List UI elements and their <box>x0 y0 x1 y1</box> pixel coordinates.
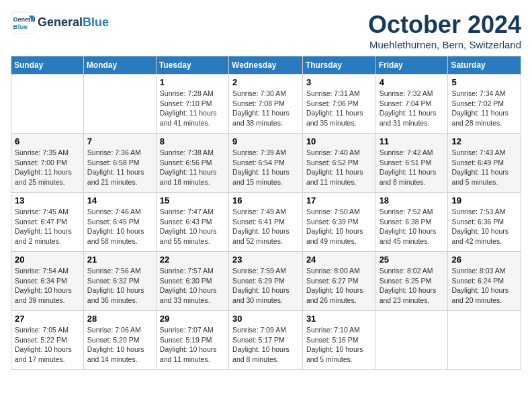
day-info: Sunrise: 7:07 AMSunset: 5:19 PMDaylight:… <box>160 325 225 365</box>
calendar-cell: 5Sunrise: 7:34 AMSunset: 7:02 PMDaylight… <box>448 75 521 134</box>
day-number: 13 <box>15 195 80 205</box>
day-info: Sunrise: 7:10 AMSunset: 5:16 PMDaylight:… <box>306 325 372 365</box>
calendar-cell: 7Sunrise: 7:36 AMSunset: 6:58 PMDaylight… <box>83 134 156 193</box>
calendar-cell: 25Sunrise: 8:02 AMSunset: 6:25 PMDayligh… <box>375 252 448 311</box>
day-number: 15 <box>160 195 225 205</box>
calendar-cell: 17Sunrise: 7:50 AMSunset: 6:39 PMDayligh… <box>302 193 375 252</box>
day-number: 8 <box>160 136 225 146</box>
day-info: Sunrise: 7:49 AMSunset: 6:41 PMDaylight:… <box>232 207 299 246</box>
day-info: Sunrise: 7:05 AMSunset: 5:22 PMDaylight:… <box>15 325 80 365</box>
calendar-cell: 21Sunrise: 7:56 AMSunset: 6:32 PMDayligh… <box>83 252 156 311</box>
day-number: 7 <box>87 136 152 146</box>
calendar-week-row: 13Sunrise: 7:45 AMSunset: 6:47 PMDayligh… <box>11 193 521 252</box>
day-number: 27 <box>15 314 80 324</box>
calendar-cell: 11Sunrise: 7:42 AMSunset: 6:51 PMDayligh… <box>375 134 448 193</box>
day-number: 4 <box>380 77 445 87</box>
calendar-cell: 4Sunrise: 7:32 AMSunset: 7:04 PMDaylight… <box>375 75 448 134</box>
day-info: Sunrise: 7:53 AMSunset: 6:36 PMDaylight:… <box>451 207 517 246</box>
day-info: Sunrise: 7:34 AMSunset: 7:02 PMDaylight:… <box>451 89 517 128</box>
day-number: 11 <box>380 136 445 146</box>
logo-icon: General Blue <box>11 11 35 35</box>
logo-text: GeneralBlue <box>38 16 109 30</box>
calendar-cell: 9Sunrise: 7:39 AMSunset: 6:54 PMDaylight… <box>229 134 303 193</box>
calendar-cell <box>448 311 521 370</box>
calendar-cell: 13Sunrise: 7:45 AMSunset: 6:47 PMDayligh… <box>11 193 84 252</box>
calendar-cell: 28Sunrise: 7:06 AMSunset: 5:20 PMDayligh… <box>83 311 156 370</box>
day-info: Sunrise: 7:30 AMSunset: 7:08 PMDaylight:… <box>232 89 299 128</box>
day-number: 23 <box>232 255 299 265</box>
page-header: General Blue GeneralBlue October 2024 Mu… <box>11 11 521 50</box>
day-number: 19 <box>451 195 517 205</box>
calendar-week-row: 1Sunrise: 7:28 AMSunset: 7:10 PMDaylight… <box>11 75 521 134</box>
calendar-cell: 3Sunrise: 7:31 AMSunset: 7:06 PMDaylight… <box>302 75 375 134</box>
calendar-week-row: 6Sunrise: 7:35 AMSunset: 7:00 PMDaylight… <box>11 134 521 193</box>
day-number: 24 <box>306 255 372 265</box>
day-info: Sunrise: 7:52 AMSunset: 6:38 PMDaylight:… <box>380 207 445 246</box>
day-of-week-header: Sunday <box>11 56 84 75</box>
calendar-cell: 29Sunrise: 7:07 AMSunset: 5:19 PMDayligh… <box>156 311 228 370</box>
calendar-cell <box>83 75 156 134</box>
calendar-cell: 15Sunrise: 7:47 AMSunset: 6:43 PMDayligh… <box>156 193 228 252</box>
day-info: Sunrise: 8:03 AMSunset: 6:24 PMDaylight:… <box>451 266 517 306</box>
calendar-cell <box>375 311 448 370</box>
day-info: Sunrise: 7:35 AMSunset: 7:00 PMDaylight:… <box>15 148 80 187</box>
calendar-cell: 31Sunrise: 7:10 AMSunset: 5:16 PMDayligh… <box>302 311 375 370</box>
calendar-cell: 16Sunrise: 7:49 AMSunset: 6:41 PMDayligh… <box>229 193 303 252</box>
month-title: October 2024 <box>368 11 521 39</box>
location: Muehlethurnen, Bern, Switzerland <box>368 39 521 50</box>
calendar-cell: 26Sunrise: 8:03 AMSunset: 6:24 PMDayligh… <box>448 252 521 311</box>
calendar-cell: 14Sunrise: 7:46 AMSunset: 6:45 PMDayligh… <box>83 193 156 252</box>
day-info: Sunrise: 7:28 AMSunset: 7:10 PMDaylight:… <box>160 89 225 128</box>
day-number: 3 <box>306 77 372 87</box>
day-info: Sunrise: 7:54 AMSunset: 6:34 PMDaylight:… <box>15 266 80 306</box>
day-info: Sunrise: 7:36 AMSunset: 6:58 PMDaylight:… <box>87 148 152 187</box>
calendar-cell: 24Sunrise: 8:00 AMSunset: 6:27 PMDayligh… <box>302 252 375 311</box>
day-number: 9 <box>232 136 299 146</box>
day-info: Sunrise: 7:06 AMSunset: 5:20 PMDaylight:… <box>87 325 152 365</box>
day-info: Sunrise: 7:46 AMSunset: 6:45 PMDaylight:… <box>87 207 152 246</box>
day-number: 12 <box>451 136 517 146</box>
day-info: Sunrise: 7:31 AMSunset: 7:06 PMDaylight:… <box>306 89 372 128</box>
calendar-cell: 22Sunrise: 7:57 AMSunset: 6:30 PMDayligh… <box>156 252 228 311</box>
day-of-week-header: Saturday <box>448 56 521 75</box>
day-number: 21 <box>87 255 152 265</box>
day-info: Sunrise: 7:57 AMSunset: 6:30 PMDaylight:… <box>160 266 225 306</box>
calendar-cell: 19Sunrise: 7:53 AMSunset: 6:36 PMDayligh… <box>448 193 521 252</box>
calendar-week-row: 20Sunrise: 7:54 AMSunset: 6:34 PMDayligh… <box>11 252 521 311</box>
day-number: 2 <box>232 77 299 87</box>
day-number: 16 <box>232 195 299 205</box>
day-info: Sunrise: 8:02 AMSunset: 6:25 PMDaylight:… <box>380 266 445 306</box>
day-info: Sunrise: 7:59 AMSunset: 6:29 PMDaylight:… <box>232 266 299 306</box>
calendar-body: 1Sunrise: 7:28 AMSunset: 7:10 PMDaylight… <box>11 75 521 370</box>
day-info: Sunrise: 7:45 AMSunset: 6:47 PMDaylight:… <box>15 207 80 246</box>
day-info: Sunrise: 7:32 AMSunset: 7:04 PMDaylight:… <box>380 89 445 128</box>
day-number: 20 <box>15 255 80 265</box>
day-number: 25 <box>380 255 445 265</box>
day-info: Sunrise: 7:43 AMSunset: 6:49 PMDaylight:… <box>451 148 517 187</box>
calendar-cell <box>11 75 84 134</box>
day-number: 29 <box>160 314 225 324</box>
day-of-week-header: Thursday <box>302 56 375 75</box>
day-info: Sunrise: 7:40 AMSunset: 6:52 PMDaylight:… <box>306 148 372 187</box>
day-number: 17 <box>306 195 372 205</box>
day-number: 30 <box>232 314 299 324</box>
day-number: 28 <box>87 314 152 324</box>
calendar-cell: 27Sunrise: 7:05 AMSunset: 5:22 PMDayligh… <box>11 311 84 370</box>
day-number: 5 <box>451 77 517 87</box>
calendar-cell: 8Sunrise: 7:38 AMSunset: 6:56 PMDaylight… <box>156 134 228 193</box>
calendar-cell: 20Sunrise: 7:54 AMSunset: 6:34 PMDayligh… <box>11 252 84 311</box>
calendar-cell: 12Sunrise: 7:43 AMSunset: 6:49 PMDayligh… <box>448 134 521 193</box>
calendar-table: SundayMondayTuesdayWednesdayThursdayFrid… <box>11 56 521 370</box>
day-info: Sunrise: 7:09 AMSunset: 5:17 PMDaylight:… <box>232 325 299 365</box>
day-number: 31 <box>306 314 372 324</box>
day-number: 22 <box>160 255 225 265</box>
day-info: Sunrise: 7:38 AMSunset: 6:56 PMDaylight:… <box>160 148 225 187</box>
day-number: 14 <box>87 195 152 205</box>
day-of-week-header: Friday <box>375 56 448 75</box>
day-number: 6 <box>15 136 80 146</box>
day-of-week-header: Monday <box>83 56 156 75</box>
day-of-week-header: Tuesday <box>156 56 228 75</box>
calendar-cell: 6Sunrise: 7:35 AMSunset: 7:00 PMDaylight… <box>11 134 84 193</box>
calendar-cell: 2Sunrise: 7:30 AMSunset: 7:08 PMDaylight… <box>229 75 303 134</box>
day-info: Sunrise: 7:50 AMSunset: 6:39 PMDaylight:… <box>306 207 372 246</box>
